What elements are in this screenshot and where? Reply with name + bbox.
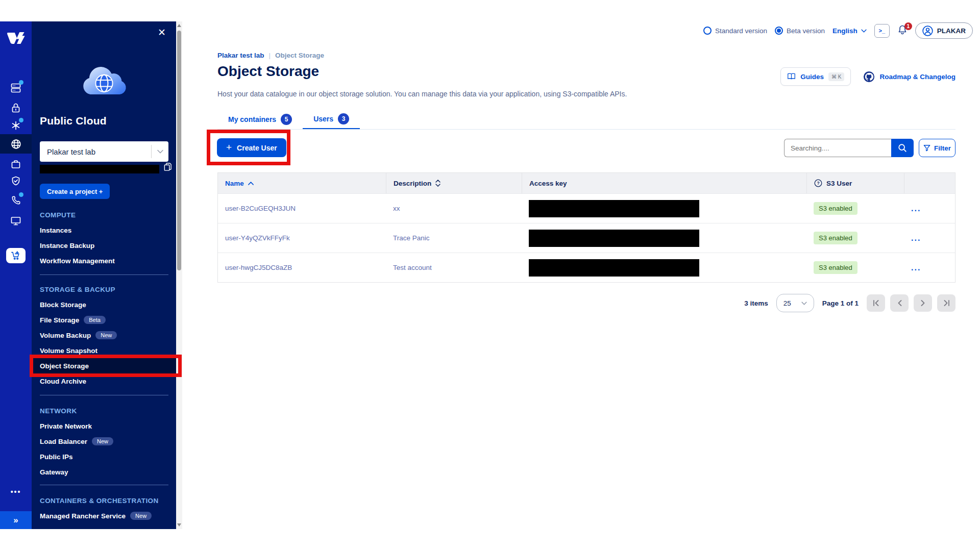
scroll-up-arrow[interactable] [177,24,181,27]
phone-support-icon[interactable] [0,190,32,210]
column-header-s3-user[interactable]: ? S3 User [806,173,904,193]
sidebar-item-cloud-archive[interactable]: Cloud Archive [32,373,176,389]
shield-check-icon[interactable] [0,171,32,191]
sidebar-item-volume-backup[interactable]: Volume BackupNew [32,328,176,343]
first-page-button[interactable] [867,294,885,312]
sidebar-item-load-balancer[interactable]: Load BalancerNew [32,434,176,449]
standard-version-radio[interactable]: Standard version [703,27,767,35]
sidebar-item-instances[interactable]: Instances [32,222,176,238]
chevron-right-icon [921,300,925,306]
copy-icon[interactable] [163,162,172,173]
project-selector[interactable]: Plakar test lab [40,141,168,162]
title-actions: Guides ⌘ K Roadmap & Changelog [780,67,955,86]
add-to-cart-button[interactable] [6,248,26,263]
account-button[interactable]: PLAKAR [915,22,973,39]
sidebar-item-label: Volume Backup [40,332,91,339]
sidebar-item-gateway[interactable]: Gateway [32,464,176,480]
cell-s3-status: S3 enabled [806,261,904,274]
cell-access-key [522,200,806,217]
sidebar-item-managed-rancher[interactable]: Managed Rancher ServiceNew [32,508,176,523]
column-header-description[interactable]: Description [386,173,522,193]
create-user-button[interactable]: + Create User [217,138,286,157]
section-title: CONTAINERS & ORCHESTRATION [32,493,176,508]
monitor-icon[interactable] [0,211,32,231]
terminal-button[interactable]: >_ [874,24,890,38]
menu-section-containers: CONTAINERS & ORCHESTRATION Managed Ranch… [32,493,176,523]
new-badge: New [92,437,113,445]
sort-both-icon [435,180,440,187]
sidebar-item-workflow-management[interactable]: Workflow Management [32,253,176,268]
redacted-access-key [529,259,699,277]
tab-my-containers[interactable]: My containers 5 [217,109,303,129]
cell-name[interactable]: user-B2CuGEQH3JUN [218,205,386,212]
sidebar-item-block-storage[interactable]: Block Storage [32,297,176,312]
chevron-down-icon [801,302,807,305]
last-page-icon [943,300,950,306]
table-row[interactable]: user-hwgCJ5DC8aZB Test account S3 enable… [218,253,955,282]
sidebar-item-private-network[interactable]: Private Network [32,418,176,434]
page-size-select[interactable]: 25 [776,294,814,312]
cell-description: Trace Panic [386,234,522,242]
roadmap-link[interactable]: Roadmap & Changelog [863,71,955,83]
search-button[interactable] [891,139,914,157]
sidebar-item-volume-snapshot[interactable]: Volume Snapshot [32,343,176,358]
column-label: Name [225,180,244,187]
user-avatar-icon [922,26,933,36]
network-hub-icon[interactable] [0,116,32,135]
last-page-button[interactable] [937,294,955,312]
beta-version-radio[interactable]: Beta version [775,27,825,35]
language-selector[interactable]: English [832,27,867,35]
breadcrumb-project-link[interactable]: Plakar test lab [217,52,264,59]
prev-page-button[interactable] [890,294,909,312]
rail-more-icon[interactable]: ••• [0,487,32,497]
cell-name[interactable]: user-hwgCJ5DC8aZB [218,264,386,271]
filter-button[interactable]: Filter [919,139,955,157]
sidebar-item-label: Object Storage [40,362,89,370]
guides-button[interactable]: Guides ⌘ K [780,67,851,86]
sidebar-item-label: Public IPs [40,453,73,461]
next-page-button[interactable] [914,294,932,312]
scroll-down-arrow[interactable] [177,523,181,527]
keyboard-shortcut: ⌘ K [828,72,844,81]
row-actions-menu[interactable]: ... [904,207,955,211]
sidebar-item-public-ips[interactable]: Public IPs [32,449,176,464]
account-label: PLAKAR [937,27,966,35]
new-badge: New [130,512,152,520]
search-group [784,139,914,157]
redacted-project-id [40,165,159,173]
notifications-button[interactable]: 1 [897,24,908,37]
section-title: STORAGE & BACKUP [32,282,176,297]
ovh-logo[interactable] [0,26,32,50]
column-label: Access key [529,180,567,187]
chevron-down-icon [861,29,867,33]
book-icon [787,73,796,80]
chevron-down-icon [151,145,168,158]
public-cloud-globe-icon[interactable] [0,134,32,154]
tab-label: Users [313,115,333,123]
column-label: Description [394,180,431,187]
column-header-access-key[interactable]: Access key [522,173,806,193]
notification-dot [19,192,23,197]
help-icon: ? [814,179,822,187]
row-actions-menu[interactable]: ... [904,266,955,270]
create-user-label: Create User [237,144,277,152]
pagination-buttons [867,294,955,312]
cell-name[interactable]: user-Y4yQZVkFFyFk [218,234,386,242]
sidebar-item-instance-backup[interactable]: Instance Backup [32,238,176,253]
table-row[interactable]: user-B2CuGEQH3JUN xx S3 enabled ... [218,193,955,223]
table-row[interactable]: user-Y4yQZVkFFyFk Trace Panic S3 enabled… [218,223,955,253]
search-input[interactable] [784,139,891,157]
menu-section-storage: STORAGE & BACKUP Block Storage File Stor… [32,282,176,389]
scrollbar-thumb[interactable] [177,31,181,270]
create-project-button[interactable]: Create a project + [40,184,110,199]
rail-expand-icon[interactable]: » [0,511,32,529]
sidebar-item-object-storage[interactable]: Object Storage [32,358,176,373]
sidebar-scrollbar[interactable] [176,21,182,529]
sidebar-close-icon[interactable]: ✕ [158,27,166,38]
billing-icon[interactable] [0,78,32,97]
sidebar-item-file-storage[interactable]: File StorageBeta [32,312,176,328]
security-lock-icon[interactable] [0,98,32,118]
tab-users[interactable]: Users 3 [303,109,360,129]
row-actions-menu[interactable]: ... [904,236,955,240]
column-header-name[interactable]: Name [218,173,386,193]
